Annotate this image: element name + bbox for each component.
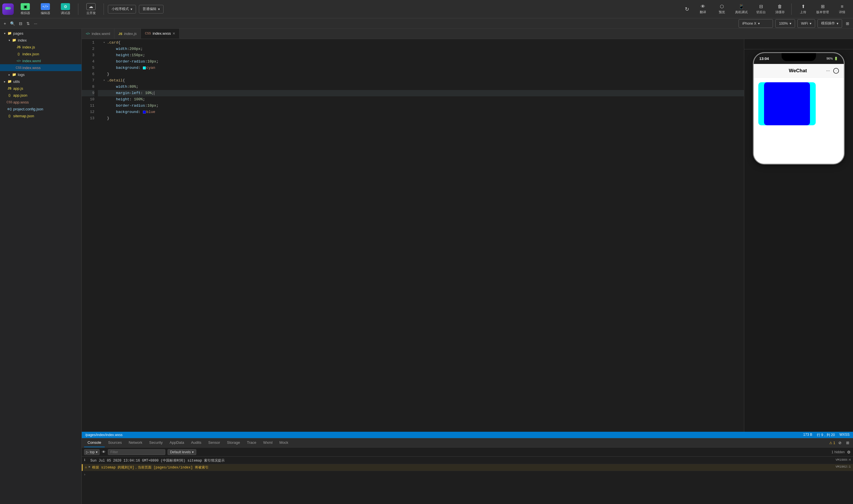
- tab-index-wxml[interactable]: </> index.wxml: [82, 29, 115, 39]
- device-bar: + 🔍 ⊟ ⇅ ··· iPhone X ▾ 100% ▾ WiFi ▾ 模拟操…: [0, 18, 853, 29]
- editor-container: 1 2 3 4 5 6 7 8 9 10 11 12 13: [82, 39, 853, 432]
- mock-tab-label: Mock: [279, 440, 288, 445]
- info-icon: ℹ: [84, 458, 89, 462]
- sidebar-item-app-json[interactable]: {} app.json: [0, 92, 82, 98]
- debugger-button[interactable]: ⚙ 调试器: [57, 2, 74, 16]
- sidebar-item-index-json[interactable]: {} index.json: [0, 51, 82, 57]
- real-debug-icon: 📱: [738, 4, 744, 9]
- zoom-dropdown[interactable]: 100% ▾: [775, 19, 795, 28]
- console-row-info: ℹ Sun Jul 05 2020 13:04:16 GMT+0800 (中国标…: [82, 457, 853, 464]
- no-fold-13: [102, 115, 106, 122]
- console-row-2-location[interactable]: VM1962:1: [835, 465, 851, 468]
- tab-index-wxss[interactable]: CSS index.wxss ✕: [141, 29, 180, 39]
- small-program-mode-dropdown[interactable]: 小程序模式 ▾: [108, 5, 136, 14]
- upload-button[interactable]: ⬆ 上传: [795, 3, 812, 16]
- logs-folder-label: logs: [18, 73, 25, 77]
- no-fold-2: [102, 46, 106, 52]
- cut-backend-button[interactable]: ⊟ 切后台: [752, 3, 769, 16]
- clear-cache-button[interactable]: 🗑 清缓存: [771, 3, 788, 16]
- app-js-label: app.js: [13, 86, 23, 91]
- tab-appdata[interactable]: AppData: [166, 438, 188, 447]
- project-config-label: project.config.json: [13, 107, 43, 111]
- editor-label: 编辑器: [41, 11, 50, 15]
- code-content[interactable]: ▾ .card{ width:200px; height:150px;: [98, 39, 744, 432]
- tab-sources[interactable]: Sources: [105, 438, 125, 447]
- collapse-all-button[interactable]: ⊟: [18, 21, 24, 26]
- console-row-1-location[interactable]: VM1989:4: [835, 458, 851, 462]
- sidebar-item-pages[interactable]: ▾ 📁 pages: [0, 30, 82, 37]
- tab-trace[interactable]: Trace: [244, 438, 260, 447]
- simulate-ops-dropdown[interactable]: 模拟操作 ▾: [817, 19, 842, 28]
- tab-js-icon: JS: [119, 32, 122, 36]
- sidebar-item-index-wxss[interactable]: CSS index.wxss: [0, 64, 82, 71]
- tab-sensor[interactable]: Sensor: [205, 438, 224, 447]
- expand-icon[interactable]: ▶: [89, 465, 90, 468]
- simulate-ops-chevron-icon: ▾: [837, 21, 838, 25]
- version-manage-icon: ⊞: [821, 4, 824, 9]
- cloud-dev-button[interactable]: ☁ 云开发: [82, 2, 100, 16]
- code-line-12: background: blue: [98, 109, 744, 115]
- add-file-button[interactable]: +: [2, 21, 7, 26]
- device-bar-left: + 🔍 ⊟ ⇅ ···: [2, 21, 39, 26]
- sidebar-item-app-js[interactable]: JS app.js: [0, 85, 82, 92]
- sidebar-item-index-js[interactable]: JS index.js: [0, 43, 82, 51]
- sidebar-item-logs[interactable]: ▸ 📁 logs: [0, 71, 82, 78]
- context-top-label: top: [90, 450, 95, 454]
- console-input[interactable]: [87, 472, 851, 476]
- no-chevron-1: [12, 45, 16, 49]
- version-manage-button[interactable]: ⊞ 版本管理: [813, 3, 832, 16]
- tab-network[interactable]: Network: [125, 438, 146, 447]
- tab-close-button[interactable]: ✕: [172, 32, 175, 36]
- console-settings-button[interactable]: ⊞: [845, 440, 851, 446]
- device-name-dropdown[interactable]: iPhone X ▾: [738, 19, 773, 28]
- console-gear-button[interactable]: ⚙: [847, 450, 851, 454]
- fold-btn-7[interactable]: ▾: [102, 77, 106, 84]
- version-manage-label: 版本管理: [816, 10, 829, 14]
- battery-icon: 🔋: [834, 57, 838, 60]
- sort-button[interactable]: ⇅: [25, 21, 31, 26]
- wxml-tab-label: Wxml: [263, 440, 273, 445]
- search-files-button[interactable]: 🔍: [8, 21, 16, 26]
- preview-toolbar: [744, 39, 853, 49]
- detail-button[interactable]: ≡ 详情: [834, 3, 851, 16]
- sidebar-item-app-wxss[interactable]: CSS app.wxss: [0, 98, 82, 106]
- refresh-button[interactable]: ↻: [681, 5, 693, 14]
- sidebar-item-sitemap[interactable]: {} sitemap.json: [0, 112, 82, 119]
- line-numbers: 1 2 3 4 5 6 7 8 9 10 11 12 13: [82, 39, 98, 432]
- more-button[interactable]: ···: [32, 21, 39, 26]
- sidebar-item-project-config[interactable]: ⚙{} project.config.json: [0, 106, 82, 112]
- no-fold-11: [102, 103, 106, 109]
- small-program-mode-label: 小程序模式: [111, 6, 129, 12]
- cut-backend-icon: ⊟: [759, 4, 763, 9]
- preview-button[interactable]: ⬡ 预览: [713, 3, 730, 16]
- tab-storage[interactable]: Storage: [224, 438, 244, 447]
- console-clear-button[interactable]: ⊘: [837, 440, 843, 446]
- filter-eye-button[interactable]: 👁: [102, 450, 106, 454]
- context-select[interactable]: ▷ top ▾: [84, 449, 100, 455]
- tab-mock[interactable]: Mock: [276, 438, 292, 447]
- tab-audits[interactable]: Audits: [188, 438, 205, 447]
- sidebar-item-index-wxml[interactable]: </> index.wxml: [0, 57, 82, 64]
- real-debug-button[interactable]: 📱 真机调试: [732, 3, 751, 16]
- simulator-label: 模拟器: [21, 11, 30, 15]
- no-chevron-7: [2, 100, 7, 104]
- no-chevron-2: [12, 52, 16, 56]
- simulator-button[interactable]: ▣ 模拟器: [17, 2, 34, 16]
- fold-btn-1[interactable]: ▾: [102, 39, 106, 46]
- expand-right-button[interactable]: ⊞: [845, 21, 851, 26]
- detail-label: 详情: [839, 10, 845, 14]
- tab-security[interactable]: Security: [146, 438, 166, 447]
- sidebar-item-utils[interactable]: ▸ 📁 utils: [0, 78, 82, 85]
- console-prompt-icon: ›: [84, 472, 85, 476]
- tab-console[interactable]: Console: [84, 438, 105, 447]
- editor-button[interactable]: </> 编辑器: [37, 2, 54, 16]
- sidebar-item-index-folder[interactable]: ▾ 📁 index: [0, 37, 82, 43]
- filter-levels-dropdown[interactable]: Default levels ▾: [168, 449, 196, 455]
- tab-index-js[interactable]: JS index.js: [115, 29, 141, 39]
- compile-mode-dropdown[interactable]: 普通编辑 ▾: [139, 5, 163, 14]
- network-dropdown[interactable]: WiFi ▾: [797, 19, 815, 28]
- filter-input[interactable]: [108, 449, 165, 455]
- translate-button[interactable]: 👁 翻译: [694, 3, 712, 16]
- tab-wxml[interactable]: Wxml: [260, 438, 276, 447]
- code-editor[interactable]: 1 2 3 4 5 6 7 8 9 10 11 12 13: [82, 39, 744, 432]
